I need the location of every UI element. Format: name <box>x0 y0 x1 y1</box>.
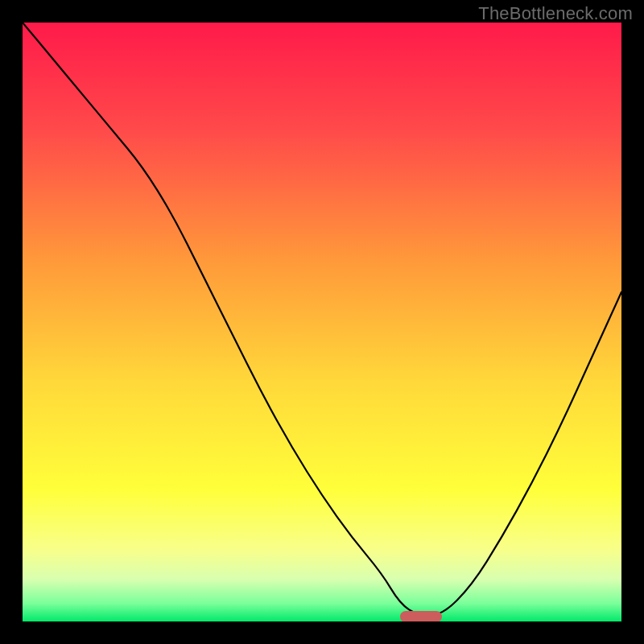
watermark-text: TheBottleneck.com <box>478 3 633 24</box>
chart-curve <box>23 23 621 621</box>
chart-area <box>23 23 621 621</box>
optimal-range-marker <box>400 611 442 621</box>
